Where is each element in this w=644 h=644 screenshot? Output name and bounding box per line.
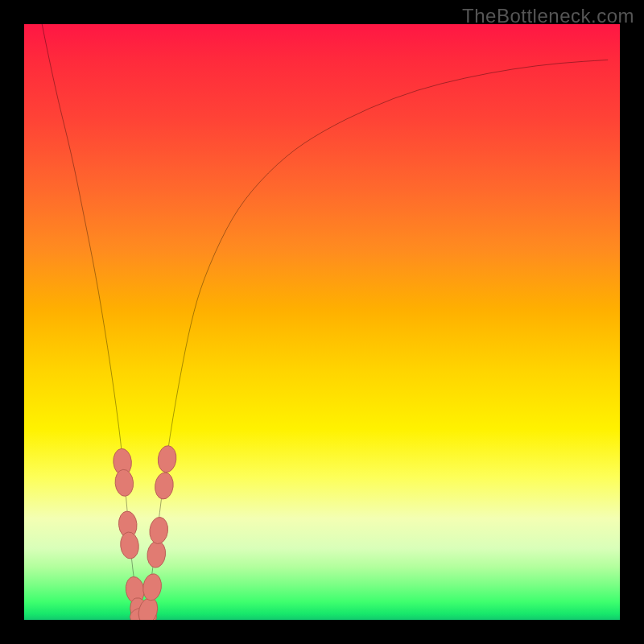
watermark-text: TheBottleneck.com bbox=[462, 5, 634, 27]
plot-area bbox=[24, 24, 620, 620]
curve-marker bbox=[114, 469, 134, 497]
curve-marker bbox=[119, 531, 140, 559]
curve-marker bbox=[154, 472, 175, 501]
chart-frame: TheBottleneck.com bbox=[0, 0, 644, 644]
curve-markers bbox=[112, 444, 177, 620]
curve-marker bbox=[148, 516, 169, 544]
curve-layer bbox=[24, 24, 620, 620]
curve-marker bbox=[157, 444, 178, 473]
curve-marker bbox=[146, 540, 167, 569]
curve-marker bbox=[142, 572, 163, 601]
